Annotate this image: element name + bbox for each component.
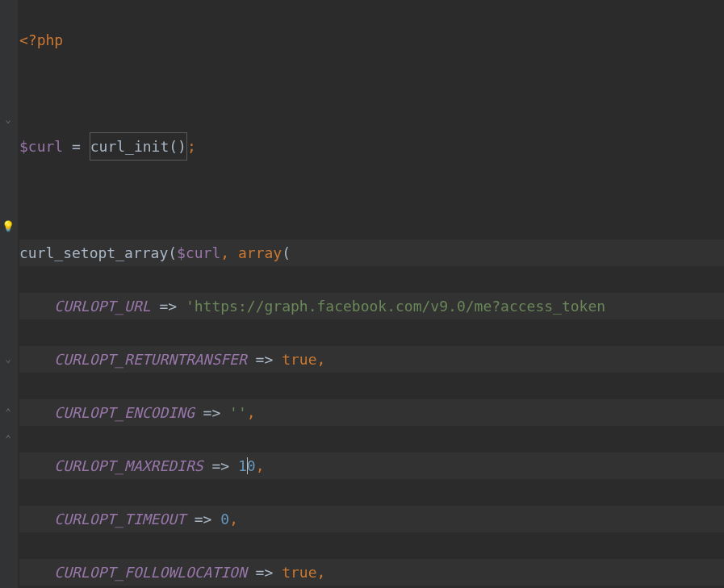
string: '' bbox=[229, 404, 247, 421]
fold-end-glyph[interactable]: ⌃ bbox=[1, 432, 15, 446]
gutter: ⌄ 💡 ⌄ ⌃ ⌃ bbox=[0, 0, 18, 588]
arrow: => bbox=[247, 564, 282, 581]
string: 'https://graph.facebook.com/v9.0/me?acce… bbox=[186, 298, 605, 315]
func-call: curl_init() bbox=[90, 138, 186, 155]
arrow: => bbox=[203, 457, 238, 474]
arrow: => bbox=[186, 511, 220, 528]
func-name: curl_setopt_array bbox=[19, 244, 168, 261]
const: CURLOPT_MAXREDIRS bbox=[54, 457, 203, 474]
bool: true bbox=[282, 564, 316, 581]
number: 0 bbox=[220, 511, 229, 528]
number: 0 bbox=[247, 457, 256, 474]
bool: true bbox=[282, 351, 316, 368]
semicolon: ; bbox=[187, 138, 196, 155]
arrow: => bbox=[195, 404, 229, 421]
highlight-box: curl_init() bbox=[90, 132, 187, 161]
variable: $curl bbox=[177, 244, 220, 261]
const: CURLOPT_FOLLOWLOCATION bbox=[54, 564, 246, 581]
const: CURLOPT_ENCODING bbox=[54, 404, 194, 421]
const: CURLOPT_RETURNTRANSFER bbox=[54, 351, 246, 368]
intention-bulb-icon[interactable]: 💡 bbox=[1, 219, 15, 233]
php-open-tag: <?php bbox=[19, 31, 63, 48]
arrow: => bbox=[247, 351, 282, 368]
variable-curl: $curl bbox=[19, 138, 63, 155]
arrow: => bbox=[151, 298, 186, 315]
assign-op: = bbox=[63, 138, 90, 155]
keyword-array: array bbox=[238, 244, 282, 261]
code-area[interactable]: <?php $curl = curl_init(); curl_setopt_a… bbox=[18, 0, 724, 588]
fold-end-glyph[interactable]: ⌃ bbox=[1, 405, 15, 419]
const: CURLOPT_TIMEOUT bbox=[54, 511, 186, 528]
number: 1 bbox=[238, 457, 247, 474]
code-editor[interactable]: ⌄ 💡 ⌄ ⌃ ⌃ <?php $curl = curl_init(); cur… bbox=[0, 0, 724, 588]
const: CURLOPT_URL bbox=[54, 298, 150, 315]
fold-glyph[interactable]: ⌄ bbox=[1, 352, 15, 366]
fold-glyph[interactable]: ⌄ bbox=[1, 112, 15, 127]
